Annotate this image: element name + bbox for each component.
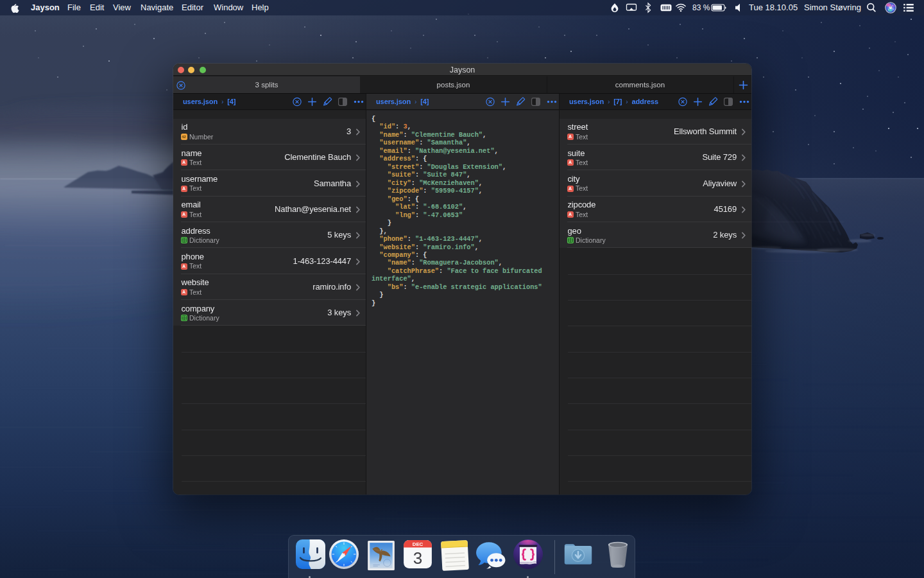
svg-text:DEC: DEC [413, 541, 424, 547]
svg-text:3: 3 [413, 548, 423, 568]
